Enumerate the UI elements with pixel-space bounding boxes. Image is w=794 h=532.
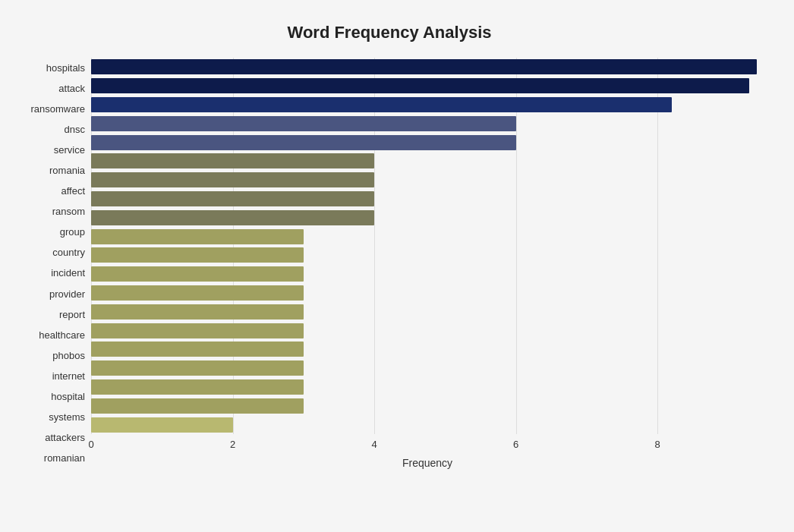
- y-label: attack: [58, 78, 85, 99]
- y-label: systems: [49, 407, 85, 427]
- bar: [91, 304, 304, 320]
- y-label: hospitals: [46, 58, 85, 78]
- x-tick-label: 8: [654, 439, 660, 450]
- bar: [91, 78, 749, 93]
- bar-row: [91, 265, 764, 284]
- bar: [91, 97, 672, 112]
- bar-row: [91, 208, 764, 227]
- y-label: ransomware: [30, 99, 85, 119]
- bottom-area: 02468 Frequency: [91, 434, 764, 468]
- bar-row: [91, 152, 764, 171]
- bars-col: [91, 58, 764, 434]
- bar: [91, 379, 304, 395]
- bar-row: [91, 171, 764, 190]
- y-label: affect: [61, 181, 85, 201]
- bar: [91, 153, 374, 168]
- x-tick-label: 0: [88, 439, 93, 450]
- x-axis-labels: 02468: [91, 439, 764, 454]
- chart-title: Word Frequency Analysis: [15, 15, 764, 42]
- y-label: ransom: [52, 201, 85, 222]
- bar: [91, 323, 304, 338]
- y-label: service: [54, 140, 85, 160]
- bar: [91, 116, 516, 131]
- bar: [91, 191, 374, 206]
- bar-row: [91, 396, 764, 415]
- bar-row: [91, 302, 764, 321]
- y-label: phobos: [52, 345, 85, 366]
- bar: [91, 135, 516, 150]
- y-label: report: [59, 304, 85, 325]
- bar-row: [91, 190, 764, 209]
- chart-container: Word Frequency Analysis hospitalsattackr…: [0, 0, 794, 532]
- x-tick-label: 6: [513, 439, 518, 450]
- bar: [91, 172, 374, 187]
- chart-area: hospitalsattackransomwarednscserviceroma…: [15, 58, 764, 468]
- y-label: romania: [49, 160, 85, 181]
- y-label: internet: [52, 366, 85, 386]
- bar-row: [91, 77, 764, 96]
- bar-row: [91, 58, 764, 77]
- bar: [91, 360, 304, 376]
- bar: [91, 229, 304, 244]
- bar-row: [91, 340, 764, 359]
- grid-and-bars: [91, 58, 764, 434]
- y-label: country: [52, 242, 85, 263]
- bar: [91, 417, 233, 433]
- y-label: group: [60, 222, 85, 242]
- bar: [91, 285, 304, 301]
- bar-row: [91, 114, 764, 133]
- bar-row: [91, 96, 764, 115]
- bar-row: [91, 321, 764, 340]
- y-label: attackers: [45, 427, 85, 448]
- bar-row: [91, 415, 764, 434]
- y-label: healthcare: [39, 325, 85, 345]
- y-label: hospital: [51, 386, 85, 407]
- bar: [91, 342, 304, 357]
- bar: [91, 398, 304, 414]
- x-axis-title: Frequency: [91, 457, 764, 469]
- bar: [91, 59, 757, 74]
- bar: [91, 247, 304, 263]
- bar-row: [91, 246, 764, 265]
- bar-row: [91, 227, 764, 246]
- y-label: provider: [49, 284, 85, 304]
- bar-row: [91, 133, 764, 152]
- bar-row: [91, 378, 764, 397]
- x-tick-label: 2: [230, 439, 235, 450]
- y-labels: hospitalsattackransomwarednscserviceroma…: [15, 58, 91, 468]
- y-label: dnsc: [65, 119, 85, 140]
- bar: [91, 210, 374, 225]
- y-label: incident: [51, 263, 85, 283]
- bar-row: [91, 284, 764, 303]
- bars-wrapper: 02468 Frequency: [91, 58, 764, 468]
- y-label: romanian: [44, 448, 85, 468]
- bar: [91, 266, 304, 282]
- bar-row: [91, 359, 764, 378]
- x-tick-label: 4: [371, 439, 377, 450]
